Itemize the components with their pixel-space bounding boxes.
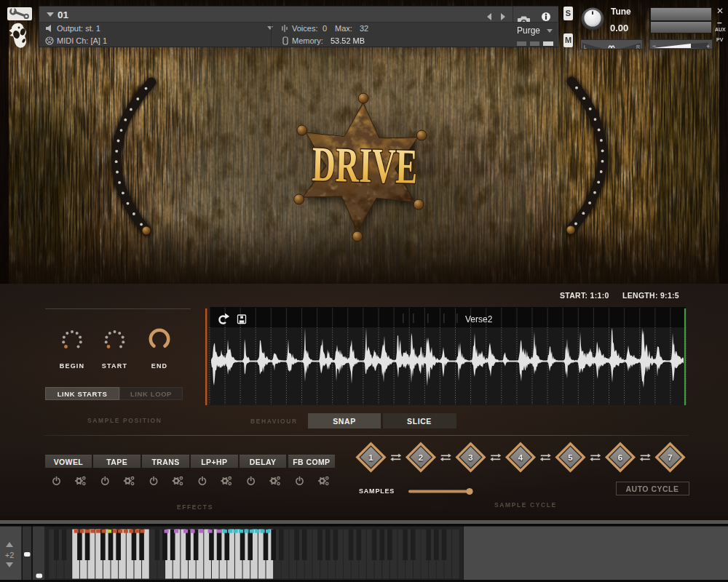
svg-text:+2: +2 [5,551,15,559]
svg-text:L: L [584,44,587,49]
svg-text:DRIVE: DRIVE [312,137,419,194]
svg-text:−: − [652,42,656,49]
svg-text:Verse2: Verse2 [465,314,493,324]
svg-text:R: R [636,44,640,49]
svg-text:+: + [706,43,710,50]
